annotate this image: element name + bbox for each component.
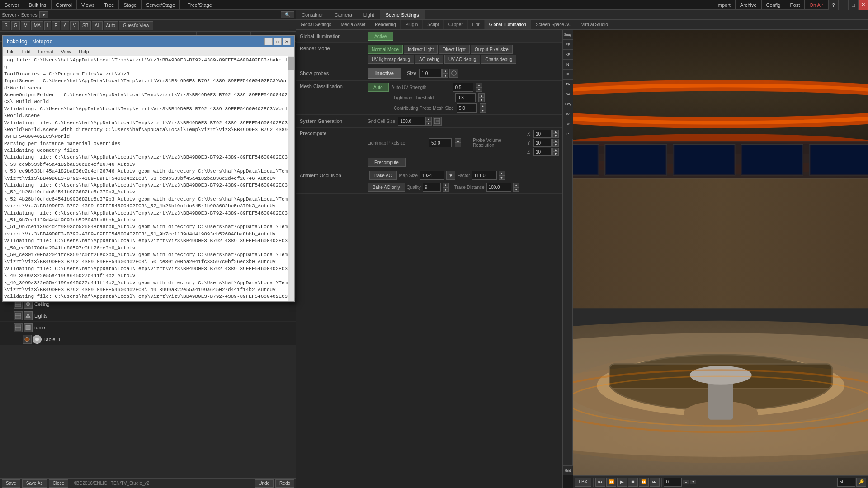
tool-i[interactable]: I bbox=[44, 21, 51, 30]
anim-stop-btn[interactable]: ⏹ bbox=[628, 478, 638, 487]
auto-uv-up[interactable]: ▲ bbox=[476, 83, 482, 87]
vp-btn-ta[interactable]: TA bbox=[563, 80, 573, 89]
trace-dist-input[interactable] bbox=[486, 183, 511, 192]
stab-screen-space-ao[interactable]: Screen Space AO bbox=[531, 20, 577, 29]
btn-post[interactable]: Post bbox=[785, 1, 804, 9]
frame-end-icon[interactable]: 🔑 bbox=[856, 478, 866, 487]
notepad-content[interactable]: Log file: C:\Users\haf\AppData\Local\Tem… bbox=[3, 56, 294, 301]
btn-on-air[interactable]: On Air bbox=[805, 1, 828, 9]
stab-global-illumination[interactable]: Global Illumination bbox=[485, 20, 531, 29]
tool-g[interactable]: G bbox=[11, 21, 20, 30]
lightmap-thresh-down[interactable]: ▼ bbox=[478, 98, 485, 102]
tab-light[interactable]: Light bbox=[358, 10, 380, 19]
stab-media-asset[interactable]: Media Asset bbox=[336, 20, 370, 29]
help-icon[interactable]: ? bbox=[828, 0, 838, 10]
x-up[interactable]: ▲ bbox=[552, 130, 559, 134]
topbar-views[interactable]: Views bbox=[77, 1, 99, 9]
bake-ao-only-btn[interactable]: Bake AO only bbox=[368, 183, 405, 192]
render-uv-lightmap[interactable]: UV lightmap debug bbox=[368, 55, 414, 64]
render-indirect-light[interactable]: Indirect Light bbox=[404, 45, 438, 54]
frame-end[interactable]: 50 bbox=[837, 478, 855, 487]
anim-format-btn[interactable]: FBX bbox=[575, 478, 591, 487]
tool-sb[interactable]: SB bbox=[80, 21, 91, 30]
topbar-tree[interactable]: Tree bbox=[99, 1, 118, 9]
vp-btn-kp[interactable]: KP bbox=[563, 50, 573, 60]
tree-item-lights[interactable]: Lights bbox=[0, 310, 296, 322]
btn-archive[interactable]: Archive bbox=[736, 1, 761, 9]
minimize-icon[interactable]: − bbox=[838, 0, 848, 10]
quality-down[interactable]: ▼ bbox=[443, 187, 449, 192]
render-charts-debug[interactable]: Charts debug bbox=[481, 55, 516, 64]
vp-btn-pp[interactable]: PP bbox=[563, 40, 573, 50]
anim-play-btn[interactable]: ▶ bbox=[617, 478, 627, 487]
y-down[interactable]: ▼ bbox=[552, 143, 559, 147]
save-button[interactable]: Save bbox=[2, 479, 20, 488]
stab-hdr[interactable]: Hdr bbox=[468, 20, 485, 29]
frame-up[interactable]: ▲ bbox=[683, 480, 689, 484]
contributing-probe-up[interactable]: ▲ bbox=[480, 103, 486, 108]
lightmap-thresh-input[interactable] bbox=[455, 93, 476, 102]
y-input[interactable] bbox=[533, 139, 552, 147]
map-size-btn[interactable]: ▼ bbox=[446, 171, 455, 180]
lps-up[interactable]: ▲ bbox=[455, 138, 461, 143]
trace-dist-down[interactable]: ▼ bbox=[513, 187, 519, 192]
z-up[interactable]: ▲ bbox=[552, 148, 559, 152]
anim-prev-btn[interactable]: ⏪ bbox=[606, 478, 616, 487]
guests-view-btn[interactable]: Guest's View bbox=[119, 21, 153, 30]
quality-up[interactable]: ▲ bbox=[443, 183, 449, 187]
render-uv-ao-debug[interactable]: UV AO debug bbox=[444, 55, 480, 64]
redo-button[interactable]: Redo bbox=[275, 479, 294, 488]
vp-btn-grid[interactable]: Grid bbox=[563, 465, 573, 475]
trace-dist-up[interactable]: ▲ bbox=[513, 183, 519, 187]
tab-container[interactable]: Container bbox=[296, 10, 329, 19]
vp-btn-bb[interactable]: BB bbox=[563, 119, 573, 129]
notepad-maximize[interactable]: □ bbox=[274, 38, 282, 45]
notepad-menu-help[interactable]: Help bbox=[77, 48, 91, 55]
tree-item-table1[interactable]: Table_1 bbox=[0, 333, 296, 345]
notepad-menu-edit[interactable]: Edit bbox=[20, 48, 33, 55]
x-input[interactable] bbox=[533, 130, 552, 138]
contributing-probe-down[interactable]: ▼ bbox=[480, 108, 486, 113]
tab-camera[interactable]: Camera bbox=[329, 10, 358, 19]
size-up[interactable]: ▲ bbox=[442, 69, 448, 73]
grid-cell-input[interactable] bbox=[398, 117, 425, 126]
notepad-minimize[interactable]: − bbox=[264, 38, 273, 45]
vp-btn-n[interactable]: N bbox=[563, 60, 573, 70]
stab-rendering[interactable]: Rendering bbox=[370, 20, 401, 29]
viewport[interactable]: Snap PP KP N E TA SA Key W BB P Grid bbox=[563, 30, 868, 488]
topbar-stage[interactable]: Stage bbox=[119, 1, 141, 9]
anim-start-btn[interactable]: ⏮ bbox=[595, 478, 605, 487]
y-up[interactable]: ▲ bbox=[552, 139, 559, 143]
lightmap-thresh-up[interactable]: ▲ bbox=[478, 93, 485, 98]
precompute-btn[interactable]: Precompute bbox=[368, 158, 406, 167]
lps-down[interactable]: ▼ bbox=[455, 143, 461, 147]
stab-plugin[interactable]: Plugin bbox=[401, 20, 423, 29]
topbar-control[interactable]: Control bbox=[52, 1, 76, 9]
vp-btn-e[interactable]: E bbox=[563, 70, 573, 80]
frame-down[interactable]: ▼ bbox=[690, 480, 696, 484]
grid-cell-down[interactable]: ▼ bbox=[425, 121, 432, 126]
contributing-probe-input[interactable] bbox=[457, 103, 477, 113]
notepad-close[interactable]: ✕ bbox=[283, 38, 291, 45]
vp-btn-key[interactable]: Key bbox=[563, 99, 573, 109]
stab-virtual-studio[interactable]: Virtual Studio bbox=[576, 20, 612, 29]
z-input[interactable] bbox=[533, 148, 552, 156]
notepad-menu-format[interactable]: Format bbox=[36, 48, 56, 55]
topbar-serverstage[interactable]: Server/Stage bbox=[142, 1, 179, 9]
notepad-menu-view[interactable]: View bbox=[59, 48, 74, 55]
topbar-builtins[interactable]: Built Ins bbox=[24, 1, 51, 9]
mesh-auto-btn[interactable]: Auto bbox=[368, 83, 389, 92]
tool-f[interactable]: F bbox=[52, 21, 60, 30]
undo-button[interactable]: Undo bbox=[255, 479, 274, 488]
auto-uv-down[interactable]: ▼ bbox=[476, 87, 482, 92]
vp-btn-sa[interactable]: SA bbox=[563, 89, 573, 99]
render-direct-light[interactable]: Direct Light bbox=[439, 45, 470, 54]
map-size-input[interactable] bbox=[420, 171, 444, 180]
vp-btn-snap[interactable]: Snap bbox=[563, 30, 573, 40]
factor-input[interactable] bbox=[472, 171, 497, 180]
vp-btn-w[interactable]: W bbox=[563, 109, 573, 119]
close-button[interactable]: Close bbox=[49, 479, 69, 488]
show-probes-inactive-btn[interactable]: Inactive bbox=[368, 68, 401, 79]
render-normal-mode[interactable]: Normal Mode bbox=[368, 45, 403, 54]
anim-end-btn[interactable]: ⏭ bbox=[650, 478, 660, 487]
